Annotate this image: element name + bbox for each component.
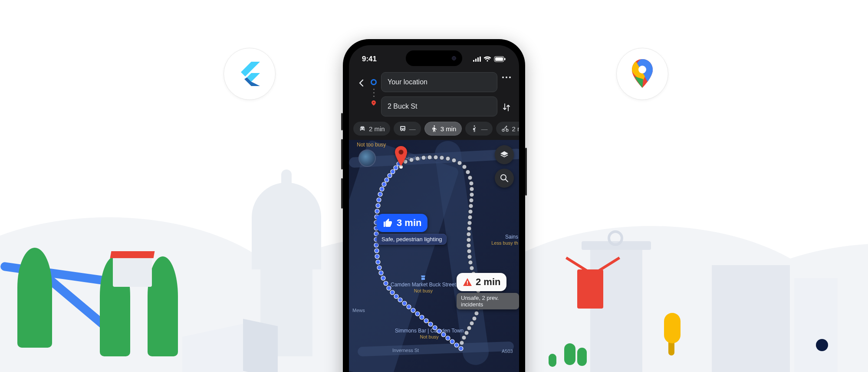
svg-point-70 (469, 181, 473, 186)
svg-point-80 (467, 238, 471, 242)
origin-field[interactable]: Your location (381, 72, 497, 92)
svg-point-96 (467, 326, 471, 330)
svg-point-73 (469, 198, 473, 203)
svg-point-83 (467, 255, 472, 259)
route-alt-path (349, 140, 519, 372)
wifi-icon (483, 56, 491, 62)
swap-locations-button[interactable] (502, 103, 511, 112)
mode-label: — (409, 125, 416, 133)
svg-point-7 (373, 102, 374, 103)
svg-point-93 (474, 311, 479, 316)
back-button[interactable] (357, 78, 366, 88)
svg-point-71 (470, 187, 474, 191)
thumbs-up-icon (383, 218, 393, 228)
mode-label: 2 m (512, 125, 519, 133)
svg-point-77 (467, 221, 472, 225)
svg-rect-5 (495, 57, 503, 61)
svg-point-75 (468, 209, 473, 214)
origin-text: Your location (388, 78, 427, 86)
flutter-logo-badge (224, 48, 276, 100)
svg-point-72 (470, 193, 474, 197)
dynamic-island (406, 50, 462, 66)
svg-point-100 (399, 150, 404, 155)
flutter-icon (236, 60, 263, 88)
svg-point-76 (468, 215, 472, 219)
svg-point-68 (466, 170, 470, 174)
route-primary-time: 3 min (397, 217, 421, 229)
google-maps-icon (630, 59, 654, 89)
route-primary-note: Safe, pedestrian lighting (377, 234, 447, 245)
travel-mode-bike[interactable]: 2 m (496, 122, 519, 136)
battery-icon (494, 56, 506, 62)
svg-point-94 (472, 316, 477, 321)
svg-point-59 (415, 156, 420, 161)
svg-point-8 (434, 126, 435, 127)
travel-mode-drive[interactable]: 2 min (353, 122, 390, 136)
map-canvas[interactable]: Not too busy Hawley Cres Mews Inverness … (349, 140, 519, 372)
svg-point-61 (427, 155, 432, 159)
more-options-button[interactable] (502, 76, 511, 78)
hail-icon (470, 125, 478, 133)
svg-point-98 (462, 335, 466, 340)
walk-icon (430, 125, 438, 133)
svg-point-74 (469, 204, 473, 208)
svg-point-67 (462, 165, 467, 169)
mode-label: 3 min (441, 125, 457, 133)
origin-dot-icon (371, 79, 377, 85)
svg-point-60 (421, 156, 426, 160)
route-alt-note: Unsafe, 2 prev. incidents (457, 293, 519, 309)
destination-marker[interactable] (394, 146, 408, 166)
svg-point-62 (434, 155, 438, 159)
svg-point-63 (440, 156, 444, 160)
svg-point-79 (467, 232, 471, 236)
google-maps-logo-badge (616, 48, 668, 100)
svg-rect-6 (504, 58, 506, 60)
cellular-signal-icon (473, 56, 481, 62)
svg-point-78 (467, 226, 471, 231)
svg-point-12 (506, 126, 507, 127)
svg-point-82 (467, 249, 471, 253)
mode-label: 2 min (369, 125, 385, 133)
travel-mode-walk[interactable]: 3 min (424, 122, 462, 136)
svg-point-3 (638, 66, 646, 73)
svg-point-66 (457, 161, 462, 165)
route-alt-time: 2 min (476, 276, 500, 288)
svg-point-81 (467, 243, 471, 248)
destination-pin-icon (371, 100, 376, 106)
svg-point-99 (460, 341, 464, 345)
travel-mode-transit[interactable]: — (394, 122, 421, 136)
warning-icon (463, 277, 472, 287)
destination-text: 2 Buck St (388, 103, 417, 110)
status-time: 9:41 (362, 55, 377, 63)
svg-point-9 (474, 126, 475, 127)
directions-header: Your location 2 Buck St (349, 70, 519, 121)
car-icon (358, 125, 366, 133)
phone-device-frame: 9:41 Your location (343, 39, 525, 372)
transit-icon (399, 125, 407, 133)
svg-point-58 (409, 158, 414, 162)
travel-mode-row: 2 min — 3 min — 2 m (349, 121, 519, 140)
route-waypoint-indicator (371, 72, 377, 116)
mode-label: — (481, 125, 487, 133)
svg-point-95 (470, 321, 474, 326)
route-primary-callout[interactable]: 3 min Safe, pedestrian lighting (377, 214, 447, 245)
phone-screen: 9:41 Your location (349, 45, 519, 372)
svg-point-97 (464, 331, 469, 335)
destination-field[interactable]: 2 Buck St (381, 96, 497, 116)
svg-point-65 (452, 158, 456, 163)
svg-point-84 (468, 260, 473, 265)
route-alt-callout[interactable]: 2 min Unsafe, 2 prev. incidents (457, 273, 519, 309)
svg-point-85 (470, 266, 474, 270)
bike-icon (501, 125, 509, 133)
svg-point-64 (446, 156, 450, 161)
svg-point-69 (468, 176, 472, 180)
travel-mode-rideshare[interactable]: — (465, 122, 493, 136)
